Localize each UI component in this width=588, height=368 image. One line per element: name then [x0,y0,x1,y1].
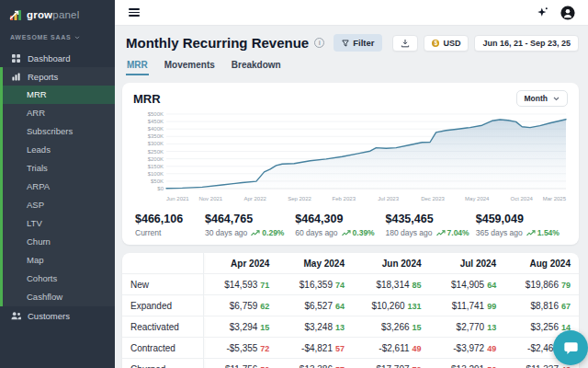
brand-logo[interactable]: growpanel [0,0,115,27]
tab-mrr[interactable]: MRR [126,60,149,75]
stat-value: $435,465 [386,213,476,225]
tab-breakdown[interactable]: Breakdown [231,60,282,75]
table-cell: $10,260131 [353,295,430,316]
table-cell: -$3,97249 [430,338,505,359]
chevron-down-icon [553,97,560,101]
table-cell: $6,75962 [203,295,277,316]
table-cell: $19,86679 [504,274,579,295]
table-cell: $14,90564 [430,274,505,295]
table-header-row: Apr 2024May 2024Jun 2024Jul 2024Aug 2024 [122,253,579,274]
column-header: Jun 2024 [353,253,430,274]
info-icon[interactable]: i [314,38,324,48]
column-header: Aug 2024 [504,253,579,274]
topbar [115,0,588,26]
filter-button[interactable]: Filter [334,34,382,52]
table-cell: $2,77013 [430,316,505,338]
stat-change: 0.29% [251,228,284,237]
svg-text:Jul 2023: Jul 2023 [378,196,399,201]
table-row-expanded: Expanded$6,75962$6,52764$10,260131$11,74… [122,295,579,316]
chart-title: MRR [133,92,161,106]
table-cell: $3,24813 [277,316,353,338]
sidebar-item-asp[interactable]: ASP [3,196,115,214]
stat-label: Current [135,228,161,237]
sidebar-item-ltv[interactable]: LTV [3,214,115,233]
table-cell: -$2,61149 [353,338,430,359]
app-window: growpanel AWESOME SAAS Dashboard Reports [0,0,588,368]
currency-button[interactable]: $ USD [424,35,469,52]
table-row-contracted: Contracted-$5,35572-$4,82157-$2,61149-$3… [122,338,579,359]
sidebar-nav: Dashboard Reports MRRARRSubscribersLeads… [0,49,115,368]
sparkle-ai-icon[interactable] [537,6,548,18]
stat-change: 1.54% [526,228,560,237]
sidebar-item-customers[interactable]: Customers [0,306,115,325]
chat-widget-button[interactable] [553,330,588,365]
sidebar-item-cashflow[interactable]: Cashflow [3,288,115,306]
table-cell: $8,81667 [504,295,579,316]
sidebar-item-leads[interactable]: Leads [3,141,115,159]
row-label: Reactivated [122,316,203,338]
period-select[interactable]: Month [516,90,569,107]
column-header: May 2024 [277,253,353,274]
stat-current: $466,106Current [135,213,205,237]
stat-60-days-ago: $464,30960 days ago0.39% [295,213,385,237]
stat-label: 30 days ago [205,228,247,237]
sidebar-item-arr[interactable]: ARR [3,104,115,122]
row-label: Contracted [122,338,203,359]
download-button[interactable] [392,35,418,52]
svg-text:Feb 2023: Feb 2023 [333,196,356,201]
table-cell: $6,52764 [277,295,353,316]
filter-funnel-icon [342,40,349,47]
svg-text:$250K: $250K [148,149,164,155]
svg-text:Jun 2021: Jun 2021 [166,196,189,201]
svg-text:$500K: $500K [148,111,164,117]
svg-text:$100K: $100K [148,171,164,177]
sidebar-item-subscribers[interactable]: Subscribers [3,122,115,141]
sidebar-item-reports[interactable]: Reports [3,67,115,86]
main-area: Monthly Recurring Revenue i Filter $ USD [115,0,588,368]
sidebar-item-cohorts[interactable]: Cohorts [3,270,115,288]
date-range-label: Jun 16, 21 - Sep 23, 25 [482,39,571,48]
tab-movements[interactable]: Movements [164,60,216,75]
chevron-down-icon [74,36,80,40]
table-cell: -$13,38657 [277,359,353,368]
sidebar-item-mrr[interactable]: MRR [3,86,115,104]
sidebar-item-map[interactable]: Map [3,251,115,270]
hamburger-menu-icon[interactable] [129,6,140,19]
table-row-new: New$14,59371$16,35974$18,31485$14,90564$… [122,274,579,295]
report-tabs: MRRMovementsBreakdown [126,60,579,75]
table-cell: $3,29415 [203,316,277,338]
table-cell: $3,26615 [353,316,430,338]
trend-up-icon [251,230,260,236]
trend-up-icon [526,230,536,236]
download-icon [401,39,410,48]
user-avatar[interactable] [560,6,575,20]
sidebar-item-churn[interactable]: Churn [3,233,115,251]
mrr-table-body: New$14,59371$16,35974$18,31485$14,90564$… [122,274,579,368]
table-row-reactivated: Reactivated$3,29415$3,24813$3,26615$2,77… [122,316,579,338]
table-cell: -$17,70772 [353,359,430,368]
dashboard-grid-icon [11,54,21,63]
workspace-selector[interactable]: AWESOME SAAS [0,27,115,49]
stat-value: $466,106 [135,213,205,225]
page-header: Monthly Recurring Revenue i Filter $ USD [122,34,579,52]
svg-text:Apr 2022: Apr 2022 [244,196,267,201]
trend-up-icon [436,230,446,236]
sidebar-item-trials[interactable]: Trials [3,159,115,178]
stat-change: 7.04% [436,228,469,237]
stat-value: $459,049 [476,213,566,225]
stat-label: 365 days ago [476,228,523,237]
svg-text:$50K: $50K [151,178,164,184]
table-cell: -$11,75650 [203,359,277,368]
date-range-button[interactable]: Jun 16, 21 - Sep 23, 25 [474,35,579,52]
row-label: Churned [122,359,203,368]
sidebar-item-dashboard[interactable]: Dashboard [0,49,115,67]
sidebar-item-arpa[interactable]: ARPA [3,178,115,196]
sidebar-item-label: Customers [28,311,70,321]
workspace-name: AWESOME SAAS [10,34,71,40]
table-cell: -$4,82157 [277,338,353,359]
svg-text:Sep 2022: Sep 2022 [288,196,311,201]
filter-button-label: Filter [353,38,374,48]
table-row-churned: Churned-$11,75650-$13,38657-$17,70772-$1… [122,359,579,368]
mrr-movements-table-card: Apr 2024May 2024Jun 2024Jul 2024Aug 2024… [122,253,579,368]
table-cell: $14,59371 [203,274,277,295]
